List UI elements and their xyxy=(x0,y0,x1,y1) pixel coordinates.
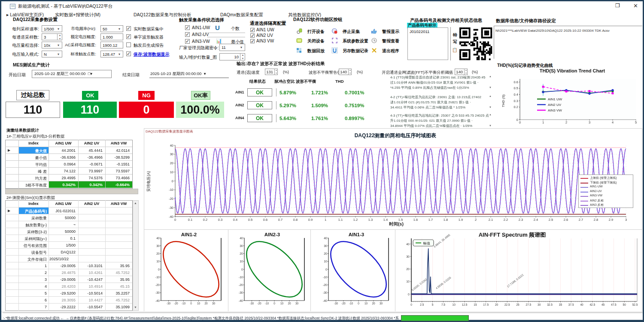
svg-text:22.5: 22.5 xyxy=(504,303,510,306)
svg-text:30: 30 xyxy=(538,303,541,306)
svg-text:30: 30 xyxy=(406,255,410,258)
svg-text:50: 50 xyxy=(623,303,626,306)
svg-text:10: 10 xyxy=(406,280,410,283)
svg-text:47.5: 47.5 xyxy=(611,303,617,306)
svg-text:幅值: 幅值 xyxy=(423,241,430,245)
svg-text:40: 40 xyxy=(580,303,583,306)
svg-text:5: 5 xyxy=(432,303,434,306)
svg-text:0: 0 xyxy=(408,293,410,296)
svg-text:AIN-FFT Spectrum 频谱图: AIN-FFT Spectrum 频谱图 xyxy=(479,232,546,238)
svg-text:35: 35 xyxy=(559,303,562,306)
svg-text:7.5: 7.5 xyxy=(441,303,445,306)
svg-text:2.5: 2.5 xyxy=(420,303,424,306)
svg-text:3.9844, 36.4995: 3.9844, 36.4995 xyxy=(433,233,451,248)
svg-text:27.5: 27.5 xyxy=(526,303,532,306)
svg-text:20: 20 xyxy=(406,268,410,271)
svg-text:45: 45 xyxy=(601,303,605,306)
svg-text:42.5: 42.5 xyxy=(589,303,595,306)
svg-text:20: 20 xyxy=(495,303,498,306)
svg-text:52.5: 52.5 xyxy=(632,303,638,306)
svg-text:25: 25 xyxy=(516,303,519,306)
svg-text:37.5: 37.5 xyxy=(568,303,574,306)
svg-text:40: 40 xyxy=(406,243,410,246)
svg-text:12.5: 12.5 xyxy=(462,303,468,306)
svg-text:32.5: 32.5 xyxy=(547,303,553,306)
svg-text:17.7188, 0.0222: 17.7188, 0.0222 xyxy=(506,273,524,288)
svg-text:0: 0 xyxy=(410,303,412,306)
svg-text:15: 15 xyxy=(474,303,477,306)
svg-text:10: 10 xyxy=(453,303,456,306)
svg-text:17.5: 17.5 xyxy=(483,303,489,306)
svg-text:0.0000, 0.0262: 0.0000, 0.0262 xyxy=(411,277,428,291)
